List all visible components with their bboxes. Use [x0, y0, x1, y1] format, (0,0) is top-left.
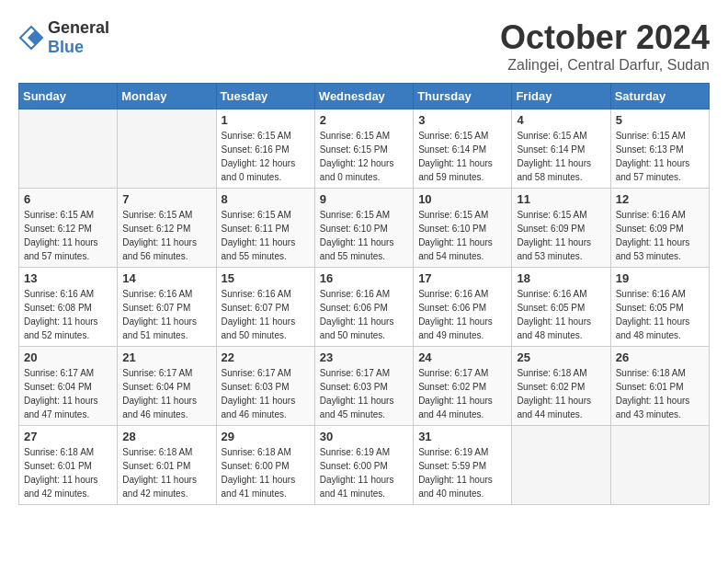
calendar-cell: 11Sunrise: 6:15 AM Sunset: 6:09 PM Dayli… — [512, 189, 610, 268]
day-number: 8 — [222, 192, 310, 206]
calendar-cell: 4Sunrise: 6:15 AM Sunset: 6:14 PM Daylig… — [512, 109, 610, 189]
day-info: Sunrise: 6:18 AM Sunset: 6:01 PM Dayligh… — [616, 366, 704, 421]
title-block: October 2024 Zalingei, Central Darfur, S… — [500, 18, 710, 74]
day-info: Sunrise: 6:16 AM Sunset: 6:09 PM Dayligh… — [616, 208, 704, 263]
day-info: Sunrise: 6:18 AM Sunset: 6:00 PM Dayligh… — [222, 445, 310, 500]
calendar-cell: 8Sunrise: 6:15 AM Sunset: 6:11 PM Daylig… — [216, 189, 314, 268]
calendar-cell: 12Sunrise: 6:16 AM Sunset: 6:09 PM Dayli… — [610, 189, 709, 268]
calendar-cell: 10Sunrise: 6:15 AM Sunset: 6:10 PM Dayli… — [414, 189, 512, 268]
day-info: Sunrise: 6:17 AM Sunset: 6:03 PM Dayligh… — [320, 366, 408, 421]
calendar-cell: 7Sunrise: 6:15 AM Sunset: 6:12 PM Daylig… — [118, 189, 216, 268]
day-info: Sunrise: 6:18 AM Sunset: 6:01 PM Dayligh… — [122, 445, 210, 500]
day-number: 28 — [122, 430, 210, 443]
calendar-cell: 18Sunrise: 6:16 AM Sunset: 6:05 PM Dayli… — [512, 268, 610, 347]
calendar-cell — [610, 426, 709, 505]
calendar-cell: 31Sunrise: 6:19 AM Sunset: 5:59 PM Dayli… — [414, 426, 512, 505]
calendar-cell: 24Sunrise: 6:17 AM Sunset: 6:02 PM Dayli… — [414, 347, 512, 426]
day-info: Sunrise: 6:19 AM Sunset: 6:00 PM Dayligh… — [320, 445, 408, 500]
day-info: Sunrise: 6:18 AM Sunset: 6:01 PM Dayligh… — [24, 445, 112, 500]
day-number: 10 — [418, 192, 506, 206]
day-number: 4 — [517, 113, 605, 127]
day-info: Sunrise: 6:15 AM Sunset: 6:13 PM Dayligh… — [616, 129, 704, 184]
calendar-cell: 25Sunrise: 6:18 AM Sunset: 6:02 PM Dayli… — [512, 347, 610, 426]
calendar-cell: 1Sunrise: 6:15 AM Sunset: 6:16 PM Daylig… — [216, 109, 314, 189]
day-info: Sunrise: 6:17 AM Sunset: 6:03 PM Dayligh… — [222, 366, 310, 421]
calendar-header-sunday: Sunday — [19, 84, 118, 109]
day-number: 29 — [222, 430, 310, 443]
day-info: Sunrise: 6:15 AM Sunset: 6:14 PM Dayligh… — [418, 129, 506, 184]
day-info: Sunrise: 6:17 AM Sunset: 6:04 PM Dayligh… — [24, 366, 112, 421]
day-number: 16 — [320, 271, 408, 285]
day-number: 24 — [418, 350, 506, 364]
day-info: Sunrise: 6:15 AM Sunset: 6:16 PM Dayligh… — [222, 129, 310, 184]
calendar-cell: 30Sunrise: 6:19 AM Sunset: 6:00 PM Dayli… — [314, 426, 413, 505]
calendar-week-3: 13Sunrise: 6:16 AM Sunset: 6:08 PM Dayli… — [19, 268, 710, 347]
calendar-cell — [19, 109, 118, 189]
day-info: Sunrise: 6:16 AM Sunset: 6:07 PM Dayligh… — [222, 287, 310, 342]
calendar-header-monday: Monday — [118, 84, 216, 109]
day-number: 31 — [418, 430, 506, 443]
day-number: 20 — [24, 350, 112, 364]
day-info: Sunrise: 6:15 AM Sunset: 6:15 PM Dayligh… — [320, 129, 408, 184]
day-info: Sunrise: 6:16 AM Sunset: 6:05 PM Dayligh… — [616, 287, 704, 342]
calendar-cell — [512, 426, 610, 505]
calendar-subtitle: Zalingei, Central Darfur, Sudan — [500, 57, 710, 74]
calendar-cell: 26Sunrise: 6:18 AM Sunset: 6:01 PM Dayli… — [610, 347, 709, 426]
calendar-table: SundayMondayTuesdayWednesdayThursdayFrid… — [18, 83, 710, 505]
day-info: Sunrise: 6:15 AM Sunset: 6:10 PM Dayligh… — [418, 208, 506, 263]
calendar-cell: 22Sunrise: 6:17 AM Sunset: 6:03 PM Dayli… — [216, 347, 314, 426]
calendar-header-saturday: Saturday — [610, 84, 709, 109]
page-header: General Blue October 2024 Zalingei, Cent… — [18, 18, 710, 74]
day-info: Sunrise: 6:15 AM Sunset: 6:12 PM Dayligh… — [24, 208, 112, 263]
calendar-week-2: 6Sunrise: 6:15 AM Sunset: 6:12 PM Daylig… — [19, 189, 710, 268]
calendar-cell: 27Sunrise: 6:18 AM Sunset: 6:01 PM Dayli… — [19, 426, 118, 505]
calendar-cell: 16Sunrise: 6:16 AM Sunset: 6:06 PM Dayli… — [314, 268, 413, 347]
day-info: Sunrise: 6:15 AM Sunset: 6:09 PM Dayligh… — [517, 208, 605, 263]
calendar-header-tuesday: Tuesday — [216, 84, 314, 109]
day-number: 2 — [320, 113, 408, 127]
day-number: 30 — [320, 430, 408, 443]
day-number: 15 — [222, 271, 310, 285]
day-number: 12 — [616, 192, 704, 206]
day-number: 17 — [418, 271, 506, 285]
day-number: 6 — [24, 192, 112, 206]
calendar-header-thursday: Thursday — [414, 84, 512, 109]
day-info: Sunrise: 6:15 AM Sunset: 6:12 PM Dayligh… — [122, 208, 210, 263]
day-info: Sunrise: 6:16 AM Sunset: 6:07 PM Dayligh… — [122, 287, 210, 342]
calendar-cell: 15Sunrise: 6:16 AM Sunset: 6:07 PM Dayli… — [216, 268, 314, 347]
day-info: Sunrise: 6:16 AM Sunset: 6:05 PM Dayligh… — [517, 287, 605, 342]
day-number: 1 — [222, 113, 310, 127]
day-number: 3 — [418, 113, 506, 127]
logo: General Blue — [18, 18, 109, 57]
logo-icon — [18, 25, 44, 51]
logo-general: General — [48, 18, 109, 37]
calendar-cell: 19Sunrise: 6:16 AM Sunset: 6:05 PM Dayli… — [610, 268, 709, 347]
calendar-cell: 29Sunrise: 6:18 AM Sunset: 6:00 PM Dayli… — [216, 426, 314, 505]
calendar-cell: 9Sunrise: 6:15 AM Sunset: 6:10 PM Daylig… — [314, 189, 413, 268]
day-number: 22 — [222, 350, 310, 364]
calendar-cell: 14Sunrise: 6:16 AM Sunset: 6:07 PM Dayli… — [118, 268, 216, 347]
calendar-cell — [118, 109, 216, 189]
day-number: 26 — [616, 350, 704, 364]
calendar-header-friday: Friday — [512, 84, 610, 109]
day-info: Sunrise: 6:16 AM Sunset: 6:06 PM Dayligh… — [418, 287, 506, 342]
calendar-week-5: 27Sunrise: 6:18 AM Sunset: 6:01 PM Dayli… — [19, 426, 710, 505]
day-info: Sunrise: 6:15 AM Sunset: 6:14 PM Dayligh… — [517, 129, 605, 184]
calendar-cell: 17Sunrise: 6:16 AM Sunset: 6:06 PM Dayli… — [414, 268, 512, 347]
calendar-cell: 13Sunrise: 6:16 AM Sunset: 6:08 PM Dayli… — [19, 268, 118, 347]
day-info: Sunrise: 6:15 AM Sunset: 6:11 PM Dayligh… — [222, 208, 310, 263]
day-info: Sunrise: 6:15 AM Sunset: 6:10 PM Dayligh… — [320, 208, 408, 263]
day-info: Sunrise: 6:18 AM Sunset: 6:02 PM Dayligh… — [517, 366, 605, 421]
day-info: Sunrise: 6:16 AM Sunset: 6:06 PM Dayligh… — [320, 287, 408, 342]
calendar-cell: 21Sunrise: 6:17 AM Sunset: 6:04 PM Dayli… — [118, 347, 216, 426]
day-number: 23 — [320, 350, 408, 364]
day-number: 13 — [24, 271, 112, 285]
calendar-cell: 6Sunrise: 6:15 AM Sunset: 6:12 PM Daylig… — [19, 189, 118, 268]
calendar-week-1: 1Sunrise: 6:15 AM Sunset: 6:16 PM Daylig… — [19, 109, 710, 189]
day-number: 21 — [122, 350, 210, 364]
day-number: 11 — [517, 192, 605, 206]
day-number: 14 — [122, 271, 210, 285]
calendar-cell: 28Sunrise: 6:18 AM Sunset: 6:01 PM Dayli… — [118, 426, 216, 505]
day-number: 7 — [122, 192, 210, 206]
day-number: 19 — [616, 271, 704, 285]
